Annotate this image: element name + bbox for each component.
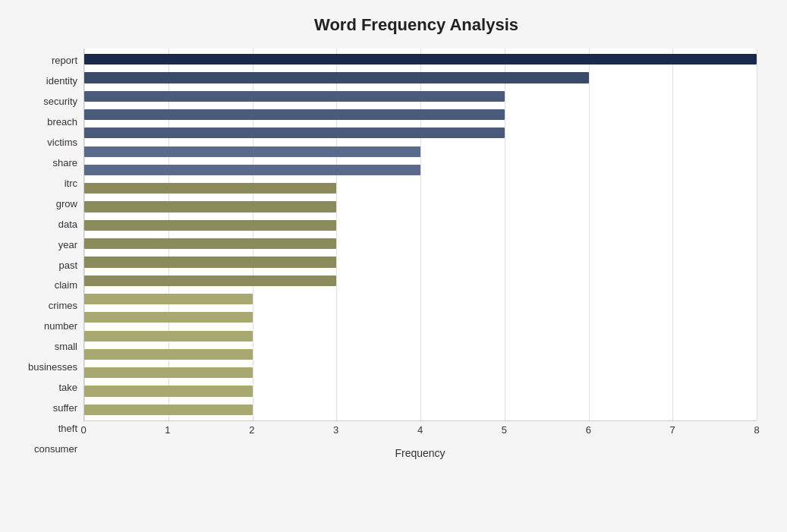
x-tick-7: 7 <box>670 424 675 436</box>
bar-row-victims <box>84 124 757 142</box>
x-axis-labels: 012345678 <box>83 424 757 442</box>
bar-row-data <box>84 197 757 216</box>
bar-row-identity <box>84 68 757 87</box>
y-label-grow: grow <box>56 194 83 214</box>
bar-itrc <box>84 165 420 175</box>
y-label-itrc: itrc <box>65 173 83 194</box>
bar-data <box>84 201 336 212</box>
chart-container: Word Frequency Analysis reportidentityse… <box>0 0 787 532</box>
y-label-victims: victims <box>47 132 83 153</box>
bar-row-share <box>84 142 757 160</box>
y-label-small: small <box>55 336 83 357</box>
grid-and-bars <box>83 49 757 421</box>
bar-row-suffer <box>84 364 757 382</box>
y-label-suffer: suffer <box>53 398 83 418</box>
y-label-past: past <box>58 255 83 275</box>
y-labels: reportidentitysecuritybreachvictimsshare… <box>15 49 83 459</box>
y-label-identity: identity <box>46 71 83 91</box>
y-label-year: year <box>58 235 83 255</box>
y-label-share: share <box>52 153 83 173</box>
x-tick-1: 1 <box>165 424 170 436</box>
x-axis-title: Frequency <box>83 447 757 459</box>
y-label-security: security <box>43 91 83 112</box>
bar-breach <box>84 109 505 120</box>
grid-line-8 <box>757 49 757 420</box>
bar-year <box>84 220 336 231</box>
bar-businesses <box>84 331 253 342</box>
chart-area: reportidentitysecuritybreachvictimsshare… <box>15 49 757 459</box>
y-label-theft: theft <box>58 418 83 439</box>
bar-row-past <box>84 235 757 253</box>
bar-row-consumer <box>84 401 757 419</box>
bar-report <box>84 54 757 65</box>
bar-small <box>84 312 253 323</box>
y-label-consumer: consumer <box>34 439 83 459</box>
bar-row-businesses <box>84 326 757 345</box>
bar-theft <box>84 386 253 396</box>
bar-past <box>84 238 336 249</box>
y-label-number: number <box>44 316 83 336</box>
y-label-take: take <box>58 377 83 398</box>
y-label-breach: breach <box>47 112 83 132</box>
bar-row-claim <box>84 253 757 271</box>
y-label-data: data <box>58 214 83 235</box>
bar-take <box>84 349 253 360</box>
bar-row-crimes <box>84 272 757 290</box>
bar-security <box>84 91 505 102</box>
bar-row-number <box>84 290 757 308</box>
y-label-crimes: crimes <box>49 295 83 316</box>
x-tick-4: 4 <box>417 424 423 436</box>
x-tick-2: 2 <box>249 424 254 436</box>
x-tick-3: 3 <box>333 424 338 436</box>
bar-row-breach <box>84 105 757 124</box>
bar-grow <box>84 183 336 194</box>
bar-row-report <box>84 50 757 68</box>
bar-consumer <box>84 405 253 415</box>
bar-row-security <box>84 87 757 105</box>
bar-row-itrc <box>84 161 757 179</box>
y-label-claim: claim <box>55 275 83 295</box>
bar-row-take <box>84 345 757 364</box>
bar-victims <box>84 127 505 138</box>
y-label-report: report <box>52 50 83 71</box>
plot-area: 012345678 Frequency <box>83 49 757 459</box>
bar-row-year <box>84 216 757 235</box>
bar-identity <box>84 72 589 83</box>
bars-container <box>84 49 757 420</box>
bar-row-theft <box>84 382 757 400</box>
bar-row-small <box>84 308 757 326</box>
x-tick-5: 5 <box>502 424 507 436</box>
bar-claim <box>84 257 336 267</box>
bar-row-grow <box>84 179 757 197</box>
bar-share <box>84 146 420 157</box>
x-tick-6: 6 <box>586 424 591 436</box>
bar-crimes <box>84 275 336 286</box>
x-tick-8: 8 <box>754 424 759 436</box>
chart-title: Word Frequency Analysis <box>76 15 757 35</box>
x-tick-0: 0 <box>80 424 86 436</box>
bar-number <box>84 294 253 304</box>
y-label-businesses: businesses <box>28 357 83 377</box>
bar-suffer <box>84 367 253 378</box>
